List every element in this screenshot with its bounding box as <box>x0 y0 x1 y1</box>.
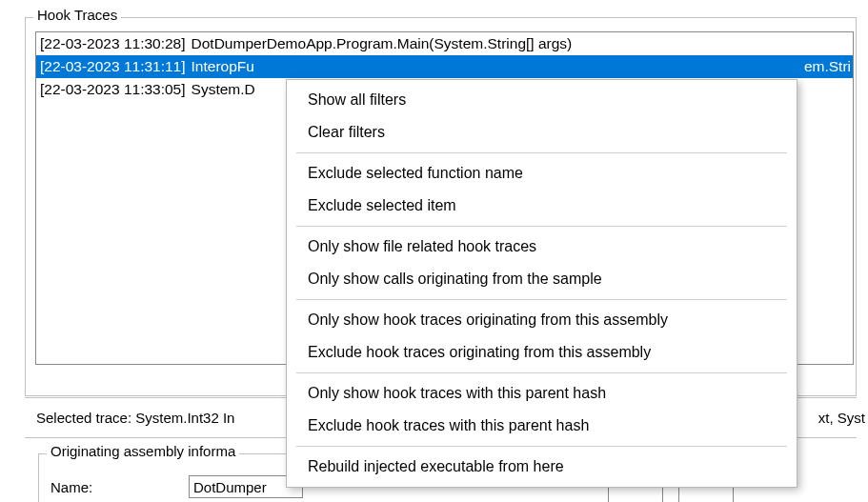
context-menu: Show all filters Clear filters Exclude s… <box>286 79 797 488</box>
selected-trace-label: Selected trace: System.Int32 In <box>36 410 234 426</box>
menu-clear-filters[interactable]: Clear filters <box>287 116 797 149</box>
control-fragment[interactable] <box>608 486 663 502</box>
menu-show-all-filters[interactable]: Show all filters <box>287 84 797 116</box>
selected-trace-tail: xt, Syst <box>818 404 865 432</box>
function-name: DotDumperDemoApp.Program.Main(System.Str… <box>192 35 573 52</box>
function-name: InteropFu <box>192 58 254 75</box>
timestamp: [22-03-2023 11:31:11] <box>40 58 186 75</box>
originating-assembly-title: Originating assembly informa <box>47 443 239 459</box>
menu-exclude-function-name[interactable]: Exclude selected function name <box>287 157 797 190</box>
timestamp: [22-03-2023 11:30:28] <box>40 35 186 52</box>
menu-separator <box>296 446 787 447</box>
list-item[interactable]: [22-03-2023 11:30:28] DotDumperDemoApp.P… <box>36 32 853 55</box>
name-label: Name: <box>50 479 189 495</box>
row-tail: em.Stri <box>804 58 851 75</box>
control-fragment[interactable] <box>678 486 734 502</box>
function-name: System.D <box>192 81 255 98</box>
menu-separator <box>296 299 787 300</box>
menu-only-from-assembly[interactable]: Only show hook traces originating from t… <box>287 304 797 336</box>
menu-separator <box>296 372 787 373</box>
menu-only-parent-hash[interactable]: Only show hook traces with this parent h… <box>287 377 797 410</box>
timestamp: [22-03-2023 11:33:05] <box>40 81 186 98</box>
menu-only-file-related[interactable]: Only show file related hook traces <box>287 231 797 263</box>
menu-rebuild-executable[interactable]: Rebuild injected executable from here <box>287 451 797 483</box>
menu-exclude-from-assembly[interactable]: Exclude hook traces originating from thi… <box>287 336 797 369</box>
menu-exclude-item[interactable]: Exclude selected item <box>287 190 797 222</box>
list-item[interactable]: [22-03-2023 11:31:11] InteropFu em.Stri <box>36 55 853 78</box>
menu-only-from-sample[interactable]: Only show calls originating from the sam… <box>287 263 797 295</box>
hook-traces-title: Hook Traces <box>33 7 121 23</box>
menu-separator <box>296 152 787 153</box>
menu-separator <box>296 226 787 227</box>
menu-exclude-parent-hash[interactable]: Exclude hook traces with this parent has… <box>287 410 797 442</box>
